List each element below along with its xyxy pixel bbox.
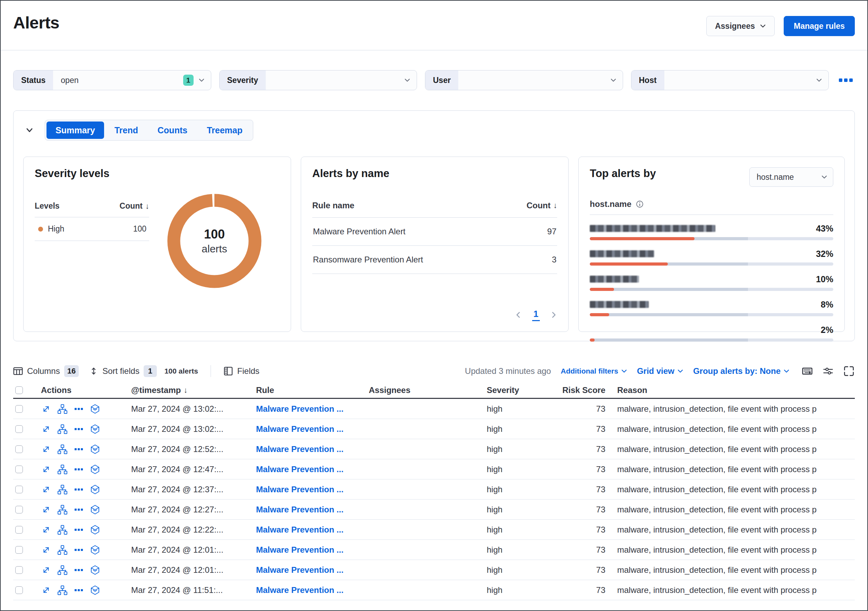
sort-desc-icon: ↓ [146, 202, 149, 211]
columns-button[interactable]: Columns 16 [13, 365, 79, 377]
alert-severity: high [487, 525, 556, 535]
rule-link[interactable]: Malware Prevention ... [256, 505, 343, 514]
more-actions-icon[interactable] [74, 484, 84, 495]
analyze-event-icon[interactable] [57, 565, 68, 575]
session-view-icon[interactable] [90, 464, 100, 474]
fields-button[interactable]: Fields [223, 366, 259, 376]
row-checkbox[interactable] [15, 486, 23, 493]
more-actions-icon[interactable] [74, 525, 84, 535]
row-checkbox[interactable] [15, 566, 23, 574]
analyze-event-icon[interactable] [57, 585, 68, 595]
select-all-checkbox[interactable] [15, 386, 23, 394]
expand-alert-icon[interactable] [41, 424, 51, 434]
row-checkbox[interactable] [15, 546, 23, 554]
row-checkbox[interactable] [15, 526, 23, 533]
user-filter[interactable]: User [425, 70, 623, 90]
rule-link[interactable]: Malware Prevention ... [256, 465, 343, 474]
page-number-1[interactable]: 1 [532, 309, 540, 321]
tab-summary[interactable]: Summary [46, 121, 104, 139]
grid-view-button[interactable]: Grid view [637, 366, 684, 376]
expand-alert-icon[interactable] [41, 565, 51, 575]
expand-alert-icon[interactable] [41, 504, 51, 515]
alert-timestamp: Mar 27, 2024 @ 12:01:... [131, 565, 256, 575]
session-view-icon[interactable] [90, 585, 100, 595]
more-actions-icon[interactable] [74, 404, 84, 414]
alert-row: Mar 27, 2024 @ 12:52:... Malware Prevent… [13, 439, 855, 459]
manage-rules-button[interactable]: Manage rules [784, 16, 855, 36]
assignees-button[interactable]: Assignees [706, 16, 775, 36]
row-checkbox[interactable] [15, 425, 23, 433]
more-actions-icon[interactable] [74, 545, 84, 555]
rule-link[interactable]: Malware Prevention ... [256, 525, 343, 534]
session-view-icon[interactable] [90, 525, 100, 535]
host-filter[interactable]: Host [631, 70, 829, 90]
top-alerts-field-select[interactable]: host.name [749, 167, 833, 187]
expand-alert-icon[interactable] [41, 545, 51, 555]
session-view-icon[interactable] [90, 404, 100, 414]
previous-page-icon[interactable] [515, 311, 522, 318]
fullscreen-icon[interactable] [843, 365, 855, 377]
more-actions-icon[interactable] [74, 444, 84, 454]
session-view-icon[interactable] [90, 424, 100, 434]
expand-alert-icon[interactable] [41, 464, 51, 474]
tab-trend[interactable]: Trend [105, 121, 147, 139]
kpi-section: Summary Trend Counts Treemap Severity le… [13, 110, 855, 341]
percentage-bar-track [590, 237, 833, 240]
row-checkbox[interactable] [15, 405, 23, 413]
rule-link[interactable]: Malware Prevention ... [256, 424, 343, 434]
more-actions-icon[interactable] [74, 424, 84, 434]
severity-filter[interactable]: Severity [219, 70, 417, 90]
timestamp-column-header[interactable]: @timestamp ↓ [131, 386, 188, 395]
analyze-event-icon[interactable] [57, 444, 68, 454]
additional-filters-button[interactable]: Additional filters [561, 367, 627, 375]
more-filters-icon[interactable] [837, 76, 855, 84]
rule-link[interactable]: Malware Prevention ... [256, 485, 343, 494]
expand-alert-icon[interactable] [41, 585, 51, 595]
alert-reason: malware, intrusion_detection, file event… [608, 424, 855, 434]
rule-link[interactable]: Malware Prevention ... [256, 404, 343, 414]
rule-count-cell: 97 [547, 227, 556, 236]
analyze-event-icon[interactable] [57, 484, 68, 495]
host-alert-percentage: 2% [821, 325, 833, 335]
info-icon[interactable] [636, 200, 644, 208]
row-checkbox[interactable] [15, 445, 23, 453]
rule-link[interactable]: Malware Prevention ... [256, 585, 343, 595]
expand-alert-icon[interactable] [41, 404, 51, 414]
analyze-event-icon[interactable] [57, 504, 68, 515]
row-checkbox[interactable] [15, 506, 23, 513]
rule-link[interactable]: Malware Prevention ... [256, 565, 343, 575]
analyze-event-icon[interactable] [57, 525, 68, 535]
expand-alert-icon[interactable] [41, 525, 51, 535]
rule-link[interactable]: Malware Prevention ... [256, 545, 343, 554]
collapse-section-icon[interactable] [23, 124, 36, 137]
alert-timestamp: Mar 27, 2024 @ 12:27:... [131, 505, 256, 515]
tab-treemap[interactable]: Treemap [198, 121, 251, 139]
more-actions-icon[interactable] [74, 585, 84, 595]
session-view-icon[interactable] [90, 504, 100, 515]
next-page-icon[interactable] [550, 311, 557, 318]
rule-link[interactable]: Malware Prevention ... [256, 445, 343, 454]
expand-alert-icon[interactable] [41, 444, 51, 454]
status-filter[interactable]: Status open 1 [13, 70, 211, 90]
row-checkbox[interactable] [15, 586, 23, 594]
more-actions-icon[interactable] [74, 464, 84, 474]
session-view-icon[interactable] [90, 565, 100, 575]
count-sort-header[interactable]: Count ↓ [120, 201, 149, 211]
count-sort-header[interactable]: Count ↓ [527, 201, 557, 210]
more-actions-icon[interactable] [74, 565, 84, 575]
analyze-event-icon[interactable] [57, 424, 68, 434]
sort-fields-button[interactable]: Sort fields 1 [89, 365, 157, 377]
analyze-event-icon[interactable] [57, 545, 68, 555]
group-alerts-by-button[interactable]: Group alerts by: None [693, 366, 790, 376]
session-view-icon[interactable] [90, 484, 100, 495]
tab-counts[interactable]: Counts [149, 121, 196, 139]
session-view-icon[interactable] [90, 444, 100, 454]
row-checkbox[interactable] [15, 466, 23, 473]
analyze-event-icon[interactable] [57, 404, 68, 414]
analyze-event-icon[interactable] [57, 464, 68, 474]
keyboard-shortcuts-icon[interactable] [801, 365, 813, 377]
expand-alert-icon[interactable] [41, 484, 51, 495]
more-actions-icon[interactable] [74, 504, 84, 515]
display-settings-icon[interactable] [822, 365, 834, 377]
session-view-icon[interactable] [90, 545, 100, 555]
